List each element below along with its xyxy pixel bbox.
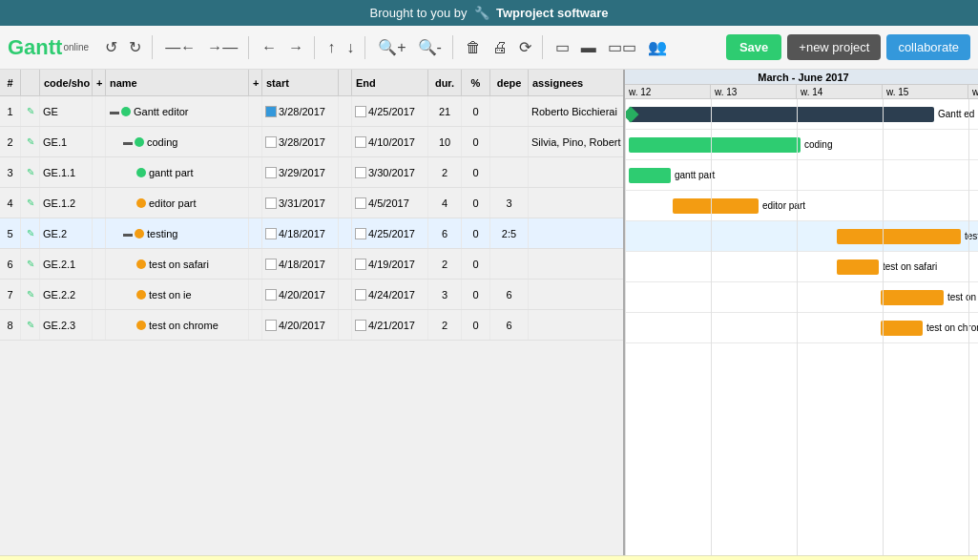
gantt-week-label: w. 13 [711, 85, 797, 98]
row-name: gantt part [106, 157, 249, 187]
row-spacer [93, 96, 106, 126]
left-panel: # code/sho + name + start End dur. % dep… [0, 70, 625, 555]
indent-group: —← →— [160, 36, 249, 59]
row-num: 2 [0, 127, 21, 156]
row-end: 3/30/2017 [352, 157, 428, 187]
gantt-week-row: w. 12w. 13w. 14w. 15w. 16 [625, 85, 978, 98]
row-dep: 2:5 [490, 218, 529, 248]
move-right-button[interactable]: → [283, 36, 308, 59]
delete-button[interactable]: 🗑 [461, 36, 486, 59]
sort-up-button[interactable]: ↑ [323, 36, 340, 59]
table-row[interactable]: 8 ✎ GE.2.3 test on chrome 4/20/2017 4/21… [0, 310, 623, 341]
redo-button[interactable]: ↻ [124, 35, 146, 59]
row-dep [490, 249, 529, 279]
gantt-body: Gantt edcodinggantt parteditor parttesti… [625, 99, 978, 555]
gantt-bar[interactable] [629, 107, 934, 122]
row-assign [529, 188, 623, 218]
sort-down-button[interactable]: ↓ [342, 36, 359, 59]
row-edit-icon[interactable]: ✎ [21, 280, 40, 309]
people-button[interactable]: 👥 [643, 35, 672, 59]
zoom-in-button[interactable]: 🔍+ [373, 35, 410, 59]
row-assign [529, 280, 623, 309]
gantt-bar[interactable] [629, 168, 671, 183]
row-start: 4/18/2017 [262, 218, 339, 248]
row-start-icon [339, 218, 352, 248]
table-row[interactable]: 4 ✎ GE.1.2 editor part 3/31/2017 4/5/201… [0, 188, 623, 218]
row-name-icon [249, 188, 262, 218]
top-banner: Brought to you by 🔧 Twproject software [0, 0, 978, 26]
gantt-row: Gantt ed [625, 99, 978, 130]
row-edit-icon[interactable]: ✎ [21, 188, 40, 218]
zoom-group: 🔍+ 🔍- [373, 35, 453, 59]
row-assign: Roberto Bicchierai [529, 96, 623, 126]
row-spacer [93, 280, 106, 309]
row-dur: 2 [428, 249, 462, 279]
row-edit-icon[interactable]: ✎ [21, 127, 40, 156]
row-pct: 0 [462, 280, 490, 309]
row-code: GE.1.2 [40, 188, 93, 218]
row-start-icon [339, 127, 352, 156]
row-name: test on ie [106, 280, 249, 309]
gantt-bar[interactable] [881, 290, 944, 305]
row-edit-icon[interactable]: ✎ [21, 218, 40, 248]
gantt-bar-label: test on safari [883, 261, 937, 272]
table-row[interactable]: 7 ✎ GE.2.2 test on ie 4/20/2017 4/24/201… [0, 280, 623, 310]
gantt-bar-label: gantt part [675, 170, 715, 180]
row-dep [490, 157, 529, 187]
main-area: # code/sho + name + start End dur. % dep… [0, 70, 978, 555]
gantt-bar[interactable] [629, 137, 801, 153]
th-add[interactable]: + [93, 70, 106, 95]
banner-link[interactable]: Twproject software [496, 6, 609, 20]
th-assign: assignees [529, 70, 625, 95]
row-spacer [93, 310, 106, 340]
table-row[interactable]: 2 ✎ GE.1 ▬ coding 3/28/2017 4/10/2017 10… [0, 127, 623, 157]
gantt-bar-label: test on ie [947, 292, 978, 302]
refresh-button[interactable]: ⟳ [514, 35, 536, 59]
move-left-button[interactable]: ← [257, 36, 281, 59]
view3-button[interactable]: ▭▭ [603, 35, 641, 59]
gantt-row: test on safari [625, 252, 978, 282]
table-row[interactable]: 1 ✎ GE ▬ Gantt editor 3/28/2017 4/25/201… [0, 96, 623, 127]
row-start-icon [339, 310, 352, 340]
gantt-bar[interactable] [881, 321, 923, 336]
row-edit-icon[interactable]: ✎ [21, 249, 40, 279]
th-dur: dur. [428, 70, 462, 95]
view2-button[interactable]: ▬ [576, 36, 601, 59]
indent-right-button[interactable]: →— [202, 36, 242, 59]
view1-button[interactable]: ▭ [551, 35, 574, 59]
gantt-bar[interactable] [837, 259, 879, 275]
row-start-icon [339, 96, 352, 126]
row-edit-icon[interactable]: ✎ [21, 96, 40, 126]
row-num: 5 [0, 218, 21, 248]
row-spacer [93, 188, 106, 218]
table-row[interactable]: 3 ✎ GE.1.1 gantt part 3/29/2017 3/30/201… [0, 157, 623, 188]
row-dur: 2 [428, 157, 462, 187]
th-name-add[interactable]: + [249, 70, 262, 95]
row-pct: 0 [462, 127, 490, 156]
collaborate-button[interactable]: collaborate [886, 34, 970, 60]
logo-text: Gantt [8, 35, 62, 60]
table-row[interactable]: 6 ✎ GE.2.1 test on safari 4/18/2017 4/19… [0, 249, 623, 280]
indent-left-button[interactable]: —← [160, 36, 200, 59]
action-group: 🗑 🖨 ⟳ [461, 35, 543, 59]
zoom-out-button[interactable]: 🔍- [413, 35, 447, 59]
row-name-icon [249, 218, 262, 248]
row-name: ▬ Gantt editor [106, 96, 249, 126]
print-button[interactable]: 🖨 [488, 36, 512, 59]
table-row[interactable]: 5 ✎ GE.2 ▬ testing 4/18/2017 4/25/2017 6… [0, 218, 623, 249]
row-assign [529, 249, 623, 279]
undo-button[interactable]: ↺ [100, 35, 122, 59]
row-dep: 6 [490, 280, 529, 309]
move-group: ← → [257, 36, 315, 59]
th-code: code/sho [40, 70, 93, 95]
new-project-button[interactable]: +new project [787, 34, 881, 60]
row-start: 3/29/2017 [262, 157, 339, 187]
save-button[interactable]: Save [726, 34, 781, 60]
status-bar: ℹ last change 4 days ago by Roberto Bicc… [0, 555, 978, 560]
th-pct: % [462, 70, 490, 95]
gantt-bar[interactable] [837, 229, 961, 244]
row-edit-icon[interactable]: ✎ [21, 157, 40, 187]
gantt-bar[interactable] [673, 198, 759, 214]
gantt-row: test on chrome [625, 313, 978, 343]
row-edit-icon[interactable]: ✎ [21, 310, 40, 340]
